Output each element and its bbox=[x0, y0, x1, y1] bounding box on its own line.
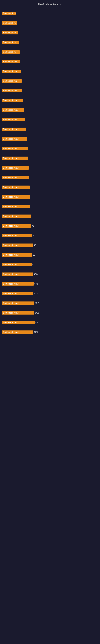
bar-label-area: Bottleneck resu bbox=[2, 118, 25, 121]
bar-label-area: Bottleneck res bbox=[2, 98, 23, 102]
bar-row: Bottleneck result bbox=[2, 146, 98, 151]
bar-label: Bottleneck result bbox=[2, 330, 33, 334]
bar-row: Bottleneck result4 bbox=[2, 262, 98, 267]
bar-label-area: Bottleneck re bbox=[2, 41, 19, 44]
bar-row: Bottleneck result bbox=[2, 213, 98, 219]
bar-row: Bottleneck result54.2 bbox=[2, 300, 98, 306]
bar-row: Bottleneck result54.5 bbox=[2, 310, 98, 316]
site-title: TheBottlenecker.com bbox=[38, 3, 62, 6]
bar-label-area: Bottleneck result bbox=[2, 176, 29, 179]
bar-label-area: Bottleneck result bbox=[2, 224, 31, 228]
bar-label-area: Bottleneck result bbox=[2, 147, 28, 150]
bar-label-area: Bottleneck result bbox=[2, 272, 33, 276]
bar-row: Bottleneck result bbox=[2, 126, 98, 132]
bar-label: Bottleneck re bbox=[2, 12, 16, 15]
bar-label-area: Bottleneck result bbox=[2, 311, 34, 314]
bar-label-area: Bottleneck result bbox=[2, 205, 30, 208]
bar-row: Bottleneck re bbox=[2, 30, 98, 36]
bar-row: Bottleneck result bbox=[2, 165, 98, 171]
bar-label: Bottleneck result bbox=[2, 128, 26, 131]
bar-label-area: Bottleneck result bbox=[2, 195, 30, 199]
bar-row: Bottleneck result bbox=[2, 175, 98, 180]
bar-row: Bottleneck result bbox=[2, 184, 98, 190]
bar-label: Bottleneck result bbox=[2, 156, 28, 160]
bar-row: Bottleneck re bbox=[2, 20, 98, 26]
bar-label: Bottleneck result bbox=[2, 195, 30, 199]
bar-row: Bottleneck result52% bbox=[2, 271, 98, 277]
bar-row: Bottleneck res bbox=[2, 59, 98, 64]
bar-value: 55.1 bbox=[35, 322, 39, 324]
bar-label: Bottleneck result bbox=[2, 244, 33, 247]
bar-label: Bottleneck result bbox=[2, 272, 33, 276]
bar-row: Bottleneck re bbox=[2, 40, 98, 45]
bar-label-area: Bottleneck resu bbox=[2, 108, 24, 112]
bar-label: Bottleneck re bbox=[2, 41, 19, 44]
bar-label: Bottleneck re bbox=[2, 50, 20, 54]
bar-label: Bottleneck result bbox=[2, 234, 32, 237]
bar-value: 53.3 bbox=[34, 292, 38, 295]
bar-value: 52. bbox=[34, 244, 36, 246]
bar-row: Bottleneck result bbox=[2, 194, 98, 200]
bar-value: 54.5 bbox=[35, 312, 39, 314]
bar-label-area: Bottleneck result bbox=[2, 253, 32, 256]
bar-label: Bottleneck result bbox=[2, 176, 29, 179]
bar-value: 4 bbox=[32, 264, 34, 266]
bar-label: Bottleneck result bbox=[2, 282, 34, 286]
bar-value: 52% bbox=[34, 273, 38, 275]
bar-row: Bottleneck resu bbox=[2, 117, 98, 122]
bar-label: Bottleneck re bbox=[2, 21, 17, 25]
bar-label-area: Bottleneck re bbox=[2, 12, 16, 15]
bar-row: Bottleneck re bbox=[2, 49, 98, 55]
bar-row: Bottleneck result bbox=[2, 155, 98, 161]
bar-row: Bottleneck result55.1 bbox=[2, 320, 98, 325]
bar-label: Bottleneck res bbox=[2, 70, 21, 73]
bar-label: Bottleneck res bbox=[2, 79, 22, 83]
bar-label-area: Bottleneck result bbox=[2, 302, 34, 305]
bar-label: Bottleneck res bbox=[2, 98, 23, 102]
bar-row: Bottleneck result bbox=[2, 204, 98, 209]
bar-label: Bottleneck result bbox=[2, 137, 27, 141]
bar-label: Bottleneck result bbox=[2, 253, 32, 256]
bar-value: 50 bbox=[33, 254, 35, 256]
bar-label: Bottleneck res bbox=[2, 60, 20, 64]
bar-label-area: Bottleneck result bbox=[2, 234, 32, 237]
bar-label-area: Bottleneck result bbox=[2, 263, 32, 266]
bar-label-area: Bottleneck res bbox=[2, 60, 20, 64]
bar-value: 54.2 bbox=[35, 302, 39, 304]
bar-row: Bottleneck resu bbox=[2, 107, 98, 113]
bar-label: Bottleneck result bbox=[2, 224, 31, 228]
bar-label: Bottleneck resu bbox=[2, 108, 24, 112]
bar-row: Bottleneck re bbox=[2, 10, 98, 16]
bar-label-area: Bottleneck result bbox=[2, 137, 27, 141]
bar-label: Bottleneck result bbox=[2, 292, 33, 295]
bar-row: Bottleneck result50 bbox=[2, 252, 98, 258]
bar-label-area: Bottleneck result bbox=[2, 166, 29, 170]
bar-value: 50 bbox=[33, 234, 35, 237]
bar-row: Bottleneck result48 bbox=[2, 223, 98, 228]
bar-row: Bottleneck result53% bbox=[2, 329, 98, 335]
bar-label-area: Bottleneck result bbox=[2, 330, 33, 334]
bar-row: Bottleneck result53.9 bbox=[2, 281, 98, 286]
bar-label: Bottleneck result bbox=[2, 321, 35, 324]
bar-row: Bottleneck result52. bbox=[2, 242, 98, 248]
bar-row: Bottleneck res bbox=[2, 68, 98, 74]
bar-label: Bottleneck result bbox=[2, 147, 28, 150]
chart-container: TheBottlenecker.com Bottleneck reBottlen… bbox=[0, 0, 100, 340]
bar-label: Bottleneck result bbox=[2, 205, 30, 208]
bar-label-area: Bottleneck result bbox=[2, 321, 35, 324]
bar-label-area: Bottleneck result bbox=[2, 156, 28, 160]
bar-value: 53.9 bbox=[34, 283, 38, 285]
bar-label: Bottleneck result bbox=[2, 302, 34, 305]
bar-label-area: Bottleneck re bbox=[2, 31, 18, 34]
bar-label: Bottleneck res bbox=[2, 89, 22, 92]
bar-label-area: Bottleneck result bbox=[2, 244, 33, 247]
bar-row: Bottleneck result bbox=[2, 136, 98, 142]
bar-label: Bottleneck result bbox=[2, 311, 34, 314]
bar-value: 53% bbox=[34, 331, 38, 333]
bar-label-area: Bottleneck re bbox=[2, 50, 20, 54]
bar-row: Bottleneck res bbox=[2, 88, 98, 94]
bar-label: Bottleneck result bbox=[2, 263, 32, 266]
bar-label: Bottleneck resu bbox=[2, 118, 25, 121]
bar-label-area: Bottleneck result bbox=[2, 282, 34, 286]
page-header: TheBottlenecker.com bbox=[2, 1, 98, 7]
